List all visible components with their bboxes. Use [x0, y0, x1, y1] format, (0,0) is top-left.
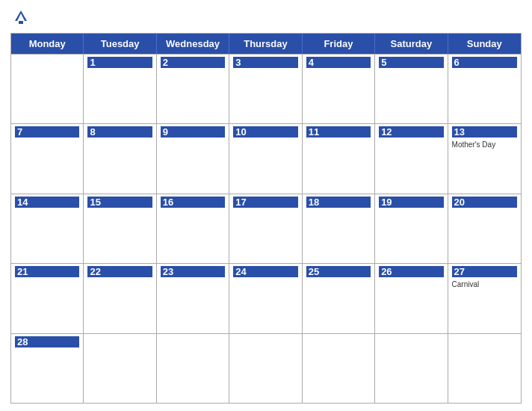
day-number: 2: [161, 57, 225, 68]
weekday-header: Tuesday: [84, 34, 156, 54]
calendar-cell: 2: [157, 55, 229, 123]
calendar-cell: 13Mother's Day: [448, 124, 521, 193]
calendar-cell: 20: [448, 194, 521, 263]
calendar-cell: [229, 334, 302, 403]
calendar-cell: 21: [11, 264, 84, 333]
day-number: 23: [161, 266, 225, 277]
weekday-header: Saturday: [375, 34, 448, 54]
weekday-header: Sunday: [448, 34, 521, 54]
calendar-cell: 7: [11, 124, 84, 193]
calendar-row: 14151617181920: [11, 194, 521, 263]
calendar-cell: [157, 334, 229, 403]
calendar-cell: 1: [84, 55, 156, 123]
calendar-cell: 19: [375, 194, 448, 263]
day-number: 10: [233, 126, 297, 137]
calendar-cell: 26: [375, 264, 448, 333]
calendar-cell: [84, 334, 156, 403]
calendar-cell: 15: [84, 194, 156, 263]
calendar-row: 21222324252627Carnival: [11, 263, 521, 333]
logo-icon: [10, 7, 31, 28]
calendar-cell: 14: [11, 194, 84, 263]
calendar-cell: 4: [303, 55, 375, 123]
day-number: 19: [379, 197, 443, 208]
calendar-cell: 6: [448, 55, 521, 123]
day-number: 11: [306, 126, 371, 137]
calendar: MondayTuesdayWednesdayThursdayFridaySatu…: [10, 33, 522, 404]
calendar-cell: 25: [303, 264, 375, 333]
calendar-cell: 11: [303, 124, 375, 193]
calendar-cell: 24: [229, 264, 302, 333]
calendar-row: 78910111213Mother's Day: [11, 123, 521, 193]
calendar-cell: 23: [157, 264, 229, 333]
calendar-cell: [448, 334, 521, 403]
day-number: 14: [15, 197, 79, 208]
day-number: 28: [15, 336, 79, 347]
calendar-row: 28: [11, 333, 521, 403]
calendar-cell: 9: [157, 124, 229, 193]
day-number: 27: [452, 266, 517, 277]
day-number: 1: [87, 57, 152, 68]
day-number: 17: [233, 197, 297, 208]
calendar-cell: [375, 334, 448, 403]
day-number: 24: [233, 266, 297, 277]
day-number: 22: [87, 266, 152, 277]
page: MondayTuesdayWednesdayThursdayFridaySatu…: [0, 0, 532, 411]
calendar-cell: [11, 55, 84, 123]
day-number: 7: [15, 126, 79, 137]
day-number: 3: [233, 57, 297, 68]
calendar-cell: 16: [157, 194, 229, 263]
day-number: 21: [15, 266, 79, 277]
day-number: 25: [306, 266, 371, 277]
weekday-header: Wednesday: [157, 34, 229, 54]
day-number: 4: [306, 57, 371, 68]
weekday-header: Thursday: [229, 34, 302, 54]
day-number: 6: [452, 57, 517, 68]
calendar-cell: 5: [375, 55, 448, 123]
day-number: 13: [452, 126, 517, 137]
day-number: 5: [379, 57, 443, 68]
event-label: Mother's Day: [452, 140, 517, 149]
day-number: 9: [161, 126, 225, 137]
calendar-cell: 10: [229, 124, 302, 193]
svg-rect-3: [19, 21, 23, 24]
day-number: 12: [379, 126, 443, 137]
weekday-header: Monday: [11, 34, 84, 54]
calendar-header-row: MondayTuesdayWednesdayThursdayFridaySatu…: [11, 34, 521, 54]
day-number: 20: [452, 197, 517, 208]
day-number: 15: [87, 197, 152, 208]
calendar-cell: [303, 334, 375, 403]
calendar-cell: 17: [229, 194, 302, 263]
calendar-body: 12345678910111213Mother's Day14151617181…: [11, 54, 521, 403]
day-number: 16: [161, 197, 225, 208]
calendar-cell: 27Carnival: [448, 264, 521, 333]
day-number: 18: [306, 197, 371, 208]
calendar-row: 123456: [11, 54, 521, 123]
calendar-cell: 22: [84, 264, 156, 333]
day-number: 26: [379, 266, 443, 277]
calendar-cell: 8: [84, 124, 156, 193]
day-number: 8: [87, 126, 152, 137]
calendar-cell: 18: [303, 194, 375, 263]
calendar-cell: 12: [375, 124, 448, 193]
header: [10, 7, 522, 28]
logo: [10, 7, 34, 28]
calendar-cell: 28: [11, 334, 84, 403]
weekday-header: Friday: [303, 34, 375, 54]
event-label: Carnival: [452, 280, 517, 288]
calendar-cell: 3: [229, 55, 302, 123]
